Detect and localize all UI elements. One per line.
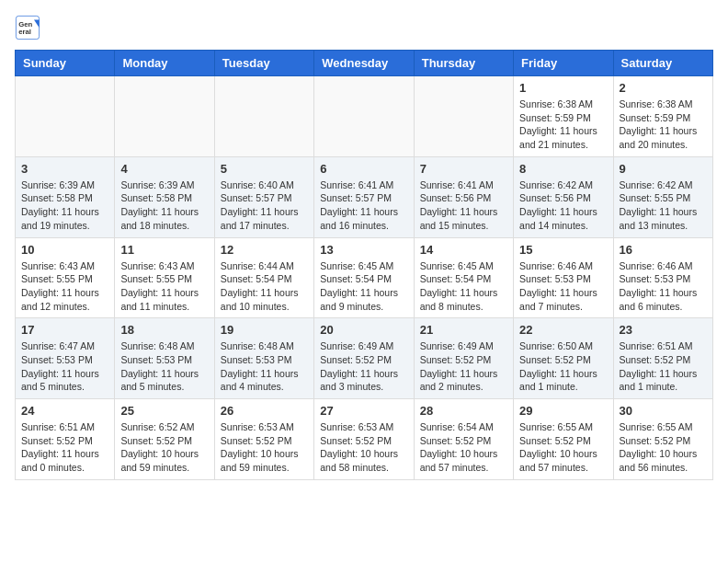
day-info: Sunrise: 6:51 AM Sunset: 5:52 PM Dayligh…	[21, 420, 108, 475]
calendar-cell	[115, 76, 214, 157]
day-number: 1	[519, 81, 607, 95]
day-number: 10	[21, 243, 108, 257]
calendar-cell: 16Sunrise: 6:46 AM Sunset: 5:53 PM Dayli…	[613, 237, 712, 318]
calendar-cell: 25Sunrise: 6:52 AM Sunset: 5:52 PM Dayli…	[115, 399, 214, 480]
day-info: Sunrise: 6:38 AM Sunset: 5:59 PM Dayligh…	[519, 98, 607, 152]
calendar-cell: 15Sunrise: 6:46 AM Sunset: 5:53 PM Dayli…	[514, 237, 613, 318]
day-info: Sunrise: 6:40 AM Sunset: 5:57 PM Dayligh…	[221, 178, 308, 233]
day-number: 20	[320, 323, 407, 337]
calendar-cell	[414, 76, 513, 157]
weekday-header: Sunday	[16, 51, 115, 76]
day-number: 30	[620, 404, 707, 418]
calendar-cell: 5Sunrise: 6:40 AM Sunset: 5:57 PM Daylig…	[214, 156, 313, 237]
calendar-week-row: 10Sunrise: 6:43 AM Sunset: 5:55 PM Dayli…	[16, 237, 713, 318]
day-info: Sunrise: 6:53 AM Sunset: 5:52 PM Dayligh…	[221, 420, 308, 475]
calendar-cell: 17Sunrise: 6:47 AM Sunset: 5:53 PM Dayli…	[16, 318, 115, 399]
day-number: 28	[420, 404, 507, 418]
day-info: Sunrise: 6:52 AM Sunset: 5:52 PM Dayligh…	[120, 420, 208, 475]
day-info: Sunrise: 6:48 AM Sunset: 5:53 PM Dayligh…	[120, 339, 208, 394]
day-number: 26	[221, 404, 308, 418]
calendar-cell: 20Sunrise: 6:49 AM Sunset: 5:52 PM Dayli…	[314, 318, 414, 399]
day-number: 16	[620, 243, 707, 257]
day-info: Sunrise: 6:45 AM Sunset: 5:54 PM Dayligh…	[420, 259, 507, 314]
calendar-cell	[214, 76, 313, 157]
day-info: Sunrise: 6:46 AM Sunset: 5:53 PM Dayligh…	[620, 259, 707, 314]
day-number: 23	[620, 323, 707, 337]
svg-text:eral: eral	[18, 28, 31, 36]
calendar-cell: 23Sunrise: 6:51 AM Sunset: 5:52 PM Dayli…	[613, 318, 712, 399]
day-info: Sunrise: 6:55 AM Sunset: 5:52 PM Dayligh…	[519, 420, 607, 475]
day-number: 12	[221, 243, 308, 257]
day-info: Sunrise: 6:49 AM Sunset: 5:52 PM Dayligh…	[420, 339, 507, 394]
logo: Gen eral	[15, 15, 44, 40]
calendar-cell: 21Sunrise: 6:49 AM Sunset: 5:52 PM Dayli…	[414, 318, 513, 399]
day-number: 4	[120, 162, 208, 176]
calendar-cell: 4Sunrise: 6:39 AM Sunset: 5:58 PM Daylig…	[115, 156, 214, 237]
day-number: 18	[120, 323, 208, 337]
calendar-cell: 8Sunrise: 6:42 AM Sunset: 5:56 PM Daylig…	[514, 156, 613, 237]
calendar-cell: 28Sunrise: 6:54 AM Sunset: 5:52 PM Dayli…	[414, 399, 513, 480]
day-info: Sunrise: 6:51 AM Sunset: 5:52 PM Dayligh…	[620, 339, 707, 394]
day-number: 8	[519, 162, 607, 176]
day-number: 15	[519, 243, 607, 257]
calendar-header-row: SundayMondayTuesdayWednesdayThursdayFrid…	[16, 51, 713, 76]
day-info: Sunrise: 6:43 AM Sunset: 5:55 PM Dayligh…	[120, 259, 208, 314]
svg-text:Gen: Gen	[18, 20, 32, 29]
day-info: Sunrise: 6:50 AM Sunset: 5:52 PM Dayligh…	[519, 339, 607, 394]
calendar-cell: 30Sunrise: 6:55 AM Sunset: 5:52 PM Dayli…	[613, 399, 712, 480]
day-number: 5	[221, 162, 308, 176]
calendar-cell: 26Sunrise: 6:53 AM Sunset: 5:52 PM Dayli…	[214, 399, 313, 480]
day-info: Sunrise: 6:39 AM Sunset: 5:58 PM Dayligh…	[21, 178, 108, 233]
calendar-cell	[314, 76, 414, 157]
calendar-cell: 10Sunrise: 6:43 AM Sunset: 5:55 PM Dayli…	[16, 237, 115, 318]
calendar-cell: 22Sunrise: 6:50 AM Sunset: 5:52 PM Dayli…	[514, 318, 613, 399]
day-info: Sunrise: 6:46 AM Sunset: 5:53 PM Dayligh…	[519, 259, 607, 314]
day-number: 25	[120, 404, 208, 418]
day-info: Sunrise: 6:41 AM Sunset: 5:57 PM Dayligh…	[320, 178, 407, 233]
weekday-header: Wednesday	[314, 51, 414, 76]
calendar-week-row: 3Sunrise: 6:39 AM Sunset: 5:58 PM Daylig…	[16, 156, 713, 237]
calendar-table: SundayMondayTuesdayWednesdayThursdayFrid…	[15, 50, 713, 480]
weekday-header: Thursday	[414, 51, 513, 76]
day-number: 27	[320, 404, 407, 418]
page-header: Gen eral	[15, 15, 713, 40]
day-info: Sunrise: 6:49 AM Sunset: 5:52 PM Dayligh…	[320, 339, 407, 394]
calendar-cell: 18Sunrise: 6:48 AM Sunset: 5:53 PM Dayli…	[115, 318, 214, 399]
day-number: 2	[620, 81, 707, 95]
day-number: 6	[320, 162, 407, 176]
day-number: 14	[420, 243, 507, 257]
calendar-cell	[16, 76, 115, 157]
day-number: 17	[21, 323, 108, 337]
day-info: Sunrise: 6:39 AM Sunset: 5:58 PM Dayligh…	[120, 178, 208, 233]
calendar-cell: 6Sunrise: 6:41 AM Sunset: 5:57 PM Daylig…	[314, 156, 414, 237]
calendar-cell: 7Sunrise: 6:41 AM Sunset: 5:56 PM Daylig…	[414, 156, 513, 237]
day-info: Sunrise: 6:43 AM Sunset: 5:55 PM Dayligh…	[21, 259, 108, 314]
day-info: Sunrise: 6:55 AM Sunset: 5:52 PM Dayligh…	[620, 420, 707, 475]
day-info: Sunrise: 6:38 AM Sunset: 5:59 PM Dayligh…	[620, 98, 707, 152]
weekday-header: Monday	[115, 51, 214, 76]
calendar-week-row: 17Sunrise: 6:47 AM Sunset: 5:53 PM Dayli…	[16, 318, 713, 399]
day-info: Sunrise: 6:54 AM Sunset: 5:52 PM Dayligh…	[420, 420, 507, 475]
weekday-header: Friday	[514, 51, 613, 76]
calendar-cell: 13Sunrise: 6:45 AM Sunset: 5:54 PM Dayli…	[314, 237, 414, 318]
calendar-cell: 12Sunrise: 6:44 AM Sunset: 5:54 PM Dayli…	[214, 237, 313, 318]
weekday-header: Tuesday	[214, 51, 313, 76]
calendar-week-row: 1Sunrise: 6:38 AM Sunset: 5:59 PM Daylig…	[16, 76, 713, 157]
calendar-cell: 9Sunrise: 6:42 AM Sunset: 5:55 PM Daylig…	[613, 156, 712, 237]
day-info: Sunrise: 6:47 AM Sunset: 5:53 PM Dayligh…	[21, 339, 108, 394]
day-info: Sunrise: 6:42 AM Sunset: 5:56 PM Dayligh…	[519, 178, 607, 233]
day-info: Sunrise: 6:48 AM Sunset: 5:53 PM Dayligh…	[221, 339, 308, 394]
calendar-cell: 29Sunrise: 6:55 AM Sunset: 5:52 PM Dayli…	[514, 399, 613, 480]
day-number: 3	[21, 162, 108, 176]
calendar-cell: 11Sunrise: 6:43 AM Sunset: 5:55 PM Dayli…	[115, 237, 214, 318]
day-number: 11	[120, 243, 208, 257]
day-number: 13	[320, 243, 407, 257]
calendar-cell: 24Sunrise: 6:51 AM Sunset: 5:52 PM Dayli…	[16, 399, 115, 480]
calendar-cell: 1Sunrise: 6:38 AM Sunset: 5:59 PM Daylig…	[514, 76, 613, 157]
day-info: Sunrise: 6:42 AM Sunset: 5:55 PM Dayligh…	[620, 178, 707, 233]
calendar-cell: 2Sunrise: 6:38 AM Sunset: 5:59 PM Daylig…	[613, 76, 712, 157]
calendar-cell: 3Sunrise: 6:39 AM Sunset: 5:58 PM Daylig…	[16, 156, 115, 237]
day-info: Sunrise: 6:41 AM Sunset: 5:56 PM Dayligh…	[420, 178, 507, 233]
logo-icon: Gen eral	[15, 15, 40, 40]
day-info: Sunrise: 6:45 AM Sunset: 5:54 PM Dayligh…	[320, 259, 407, 314]
